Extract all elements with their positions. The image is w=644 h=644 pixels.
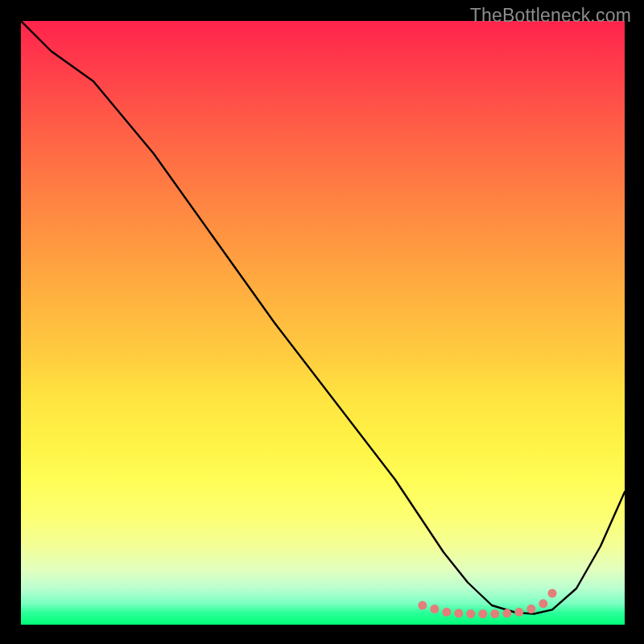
marker-dot [490, 609, 499, 618]
marker-dot [442, 608, 451, 617]
curve-path [21, 21, 625, 614]
plot-area [21, 21, 625, 625]
marker-dot [526, 605, 535, 613]
marker-dot [514, 608, 523, 617]
marker-dot [539, 599, 547, 608]
marker-dot [502, 609, 511, 617]
marker-dot [430, 605, 439, 613]
chart-frame: TheBottleneck.com [0, 0, 644, 644]
marker-dot [454, 609, 463, 617]
marker-dot [478, 609, 487, 618]
marker-dot [418, 601, 427, 610]
watermark-text: TheBottleneck.com [470, 5, 631, 27]
marker-dot [466, 609, 475, 618]
marker-dot [548, 589, 557, 598]
chart-svg [21, 21, 625, 625]
